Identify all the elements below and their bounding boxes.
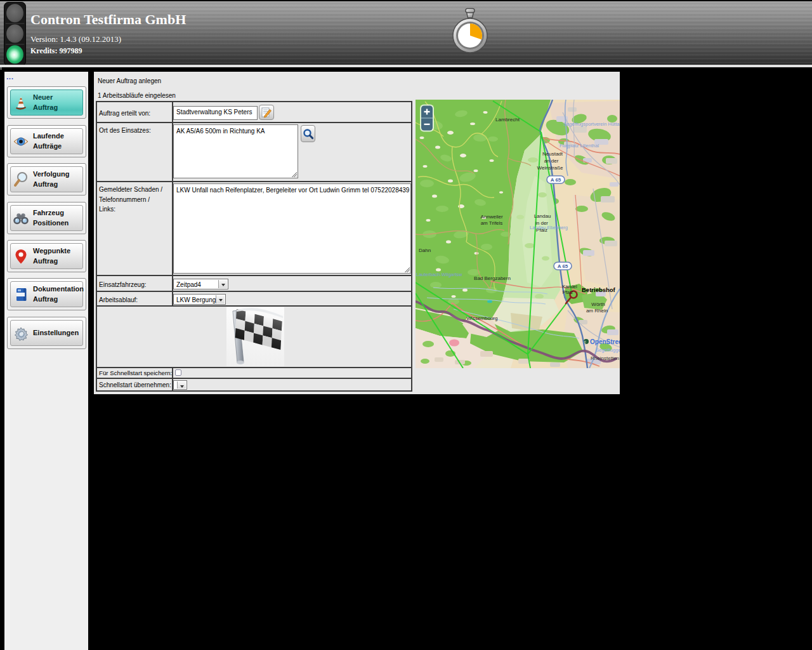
svg-text:Weinstraße: Weinstraße <box>537 165 563 171</box>
svg-text:Bad Bergzabern: Bad Bergzabern <box>474 275 511 281</box>
svg-text:Rheinstetten: Rheinstetten <box>591 355 619 361</box>
svg-text:Lambrecht: Lambrecht <box>495 117 520 123</box>
svg-text:A 65: A 65 <box>551 177 561 183</box>
svg-text:A 65: A 65 <box>558 263 568 269</box>
svg-text:Betriebshof: Betriebshof <box>582 286 616 293</box>
svg-text:Wissembourg: Wissembourg <box>467 315 498 321</box>
svg-text:Segelflugge: Segelflugge <box>596 347 620 353</box>
svg-text:Neustadt: Neustadt <box>542 151 563 157</box>
svg-text:am Rhein: am Rhein <box>586 308 608 314</box>
svg-text:Annweiler: Annweiler <box>480 214 502 220</box>
svg-text:OpenStreetM: OpenStreetM <box>590 338 620 345</box>
svg-text:an der: an der <box>544 158 559 164</box>
svg-text:Segelflugsportverein Hütta: Segelflugsportverein Hütta <box>563 121 620 127</box>
svg-text:Flugplatz Lilienthal: Flugplatz Lilienthal <box>560 143 599 149</box>
svg-text:Dahn: Dahn <box>419 248 431 253</box>
svg-text:Wörth: Wörth <box>591 302 605 307</box>
svg-text:Landau: Landau <box>534 213 551 219</box>
svg-text:Landau-Ebenberg: Landau-Ebenberg <box>530 225 568 230</box>
svg-text:c: c <box>584 340 586 344</box>
svg-text:Kandel: Kandel <box>562 284 577 289</box>
svg-text:am Trifels: am Trifels <box>481 220 503 226</box>
svg-text:Pfalz: Pfalz <box>563 289 573 295</box>
svg-text:Lauterbach-Wilgartsw: Lauterbach-Wilgartsw <box>416 272 462 277</box>
